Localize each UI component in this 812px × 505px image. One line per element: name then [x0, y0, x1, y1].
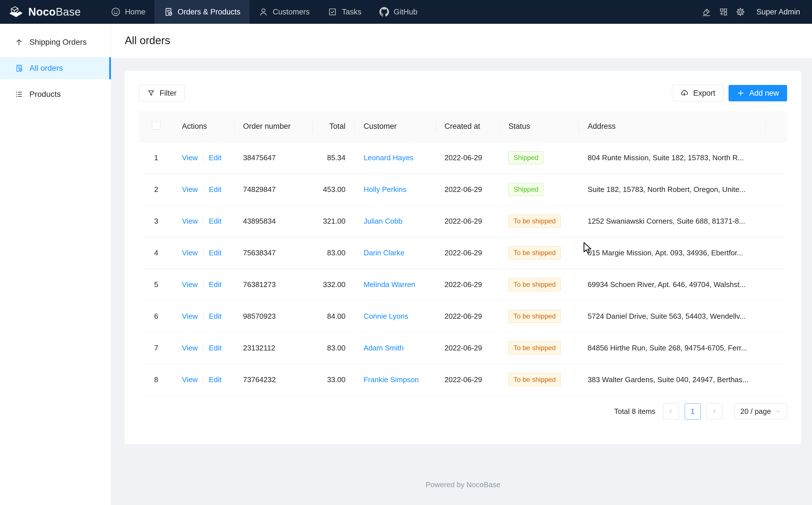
total-cell: 83.00: [313, 332, 355, 364]
arrow-up-icon: [15, 38, 23, 46]
customer-cell: Darin Clarke: [355, 237, 436, 269]
row-index: 8: [139, 364, 174, 395]
action-divider: [203, 344, 204, 352]
nav-item-home[interactable]: Home: [102, 0, 155, 24]
address-cell: 015 Margie Mission, Apt. 093, 34936, Ebe…: [579, 237, 766, 269]
action-divider: [203, 249, 204, 257]
chevron-down-icon: [776, 408, 781, 414]
table-row: 2 ViewEdit 74829847 453.00 Holly Perkins…: [139, 174, 787, 205]
customer-link[interactable]: Frankie Simpson: [363, 375, 419, 384]
address-cell: 804 Runte Mission, Suite 182, 15783, Nor…: [579, 142, 766, 174]
row-index: 3: [139, 205, 174, 237]
customer-cell: Frankie Simpson: [355, 364, 436, 395]
header-total: Total: [313, 111, 355, 142]
view-link[interactable]: View: [182, 280, 198, 289]
export-button[interactable]: Export: [672, 85, 724, 101]
order-number-cell: 38475647: [235, 142, 313, 174]
nav-item-orders-products[interactable]: Orders & Products: [155, 0, 250, 24]
row-index: 6: [139, 300, 174, 332]
total-cell: 321.00: [313, 205, 355, 237]
header-spacer: [766, 111, 787, 142]
status-badge: To be shipped: [508, 341, 561, 354]
status-cell: To be shipped: [500, 269, 579, 300]
actions-cell: ViewEdit: [174, 269, 235, 300]
edit-link[interactable]: Edit: [209, 312, 222, 320]
edit-link[interactable]: Edit: [209, 185, 222, 194]
status-badge: To be shipped: [508, 278, 561, 291]
gear-icon[interactable]: [732, 7, 749, 17]
row-index: 4: [139, 237, 174, 269]
created-at-cell: 2022-06-29: [436, 174, 500, 205]
view-link[interactable]: View: [182, 344, 198, 352]
highlighter-icon[interactable]: [698, 7, 715, 17]
status-badge: To be shipped: [508, 310, 561, 323]
pagination-prev-button[interactable]: [663, 403, 679, 419]
powered-by-footer: Powered by NocoBase: [125, 480, 801, 489]
page-size-select[interactable]: 20 / page: [735, 403, 787, 419]
add-new-button[interactable]: Add new: [729, 85, 787, 101]
sidebar-item-label: Shipping Orders: [29, 38, 86, 47]
edit-link[interactable]: Edit: [209, 217, 222, 225]
address-cell: 5724 Daniel Drive, Suite 563, 54403, Wen…: [579, 300, 766, 332]
github-icon: [379, 7, 389, 17]
sidebar-item-shipping-orders[interactable]: Shipping Orders: [0, 31, 111, 53]
edit-link[interactable]: Edit: [209, 153, 222, 162]
customer-link[interactable]: Holly Perkins: [363, 185, 407, 194]
action-divider: [203, 185, 204, 193]
address-cell: 69934 Schoen River, Apt. 646, 49704, Wal…: [579, 269, 766, 300]
status-badge: To be shipped: [508, 246, 561, 259]
select-all-checkbox[interactable]: [152, 121, 161, 130]
edit-link[interactable]: Edit: [209, 280, 222, 289]
edit-link[interactable]: Edit: [209, 344, 222, 352]
user-menu[interactable]: Super Admin: [756, 8, 800, 16]
brand-name: NocoBase: [28, 6, 81, 18]
filter-button[interactable]: Filter: [139, 85, 185, 101]
export-button-label: Export: [693, 89, 715, 98]
sidebar-item-all-orders[interactable]: All orders: [0, 57, 111, 79]
address-cell: 1252 Swaniawski Corners, Suite 688, 8137…: [579, 205, 766, 237]
status-cell: To be shipped: [500, 237, 579, 269]
nav-item-tasks[interactable]: Tasks: [319, 0, 370, 24]
customer-link[interactable]: Darin Clarke: [363, 248, 404, 257]
navbar-right: Super Admin: [698, 0, 812, 24]
spacer-cell: [766, 364, 787, 395]
brand-logo[interactable]: NocoBase: [0, 0, 90, 24]
view-link[interactable]: View: [182, 217, 198, 225]
customer-link[interactable]: Connie Lyons: [363, 312, 408, 320]
nav-item-label: Customers: [273, 8, 310, 16]
header-created-at: Created at: [436, 111, 500, 142]
customer-link[interactable]: Leonard Hayes: [363, 153, 414, 162]
appstore-add-icon[interactable]: [715, 7, 732, 17]
file-done-icon: [164, 7, 173, 17]
status-cell: Shipped: [500, 174, 579, 205]
view-link[interactable]: View: [182, 185, 198, 194]
pagination-page-1[interactable]: 1: [685, 403, 701, 419]
customer-link[interactable]: Melinda Warren: [363, 280, 415, 289]
header-select-all: [139, 111, 174, 142]
customer-cell: Adam Smith: [355, 332, 436, 364]
view-link[interactable]: View: [182, 375, 198, 384]
pagination-next-button[interactable]: [707, 403, 723, 419]
customer-link[interactable]: Adam Smith: [363, 344, 404, 352]
nav-item-label: GitHub: [393, 8, 417, 16]
edit-link[interactable]: Edit: [209, 375, 222, 384]
spacer-cell: [766, 205, 787, 237]
sidebar: Shipping Orders All orders: [0, 24, 111, 505]
view-link[interactable]: View: [182, 248, 198, 257]
view-link[interactable]: View: [182, 312, 198, 320]
nav-item-customers[interactable]: Customers: [250, 0, 319, 24]
table-row: 8 ViewEdit 73764232 33.00 Frankie Simpso…: [139, 364, 787, 395]
spacer-cell: [766, 269, 787, 300]
orders-table: Actions Order number Total Customer Crea…: [139, 111, 787, 396]
edit-link[interactable]: Edit: [209, 248, 222, 257]
view-link[interactable]: View: [182, 153, 198, 162]
header-actions: Actions: [174, 111, 235, 142]
status-badge: To be shipped: [508, 373, 561, 386]
customer-cell: Connie Lyons: [355, 300, 436, 332]
sidebar-item-products[interactable]: Products: [0, 83, 111, 105]
nav-item-github[interactable]: GitHub: [370, 0, 427, 24]
actions-cell: ViewEdit: [174, 237, 235, 269]
page-header: All orders: [111, 24, 812, 58]
pagination: Total 8 items 1 20 / page: [139, 403, 787, 419]
customer-link[interactable]: Julian Cobb: [363, 217, 402, 225]
